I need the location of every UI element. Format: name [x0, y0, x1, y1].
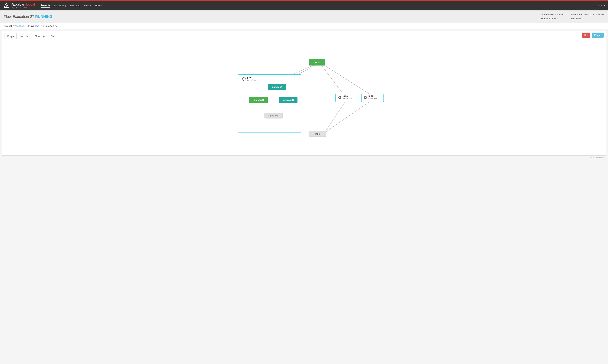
tab-job-list[interactable]: Job List — [17, 33, 31, 39]
innerflow-label: innerFlow — [268, 115, 278, 117]
submit-user-value: azkaban — [555, 13, 563, 16]
jobb-container[interactable] — [238, 75, 301, 132]
execution-status: RUNNING — [35, 14, 53, 19]
jobb-label: jobb — [247, 76, 252, 79]
breadcrumb-execution-label: Execution — [43, 25, 54, 27]
start-time-value: 2014-02-19 17:03 51s — [582, 13, 604, 16]
nav-history[interactable]: History — [84, 3, 92, 8]
jobc-label: jobc — [343, 94, 348, 97]
kill-button[interactable]: Kill — [582, 33, 590, 38]
flow-graph-svg: jobb innerFlow innerJobA innerJobB inner… — [5, 48, 603, 152]
edge-jobd-jobe — [326, 101, 371, 132]
duration-value: 16 sec — [551, 17, 557, 20]
page-header: Flow Execution 27 RUNNING Submit User az… — [0, 10, 608, 23]
graph-area: ☰ — [2, 39, 606, 156]
edge-joba-jobb — [291, 65, 315, 75]
nav-links: Projects Scheduling Executing History HD… — [40, 3, 102, 8]
innerjobc-label: innerJobB — [253, 99, 264, 101]
joba-label: joba — [314, 61, 320, 64]
jobc-sublabel: innerFlow — [343, 98, 352, 100]
nav-scheduling[interactable]: Scheduling — [54, 3, 66, 8]
page-title: Flow Execution 27 RUNNING — [4, 14, 53, 19]
breadcrumb-flow-label: Flow — [28, 25, 34, 27]
tab-actions: Kill Pause — [582, 33, 604, 39]
jobb-node1 — [242, 78, 243, 79]
page-meta: Submit User azkaban Duration 16 sec Star… — [541, 13, 604, 21]
innerjoba-label: innerJobA — [271, 86, 283, 88]
edge-joba-jobd — [324, 65, 369, 94]
jobd-sublabel: innerFlow — [369, 98, 377, 100]
breadcrumb-project-label: Project — [4, 25, 12, 27]
tab-stats[interactable]: Stats — [48, 33, 59, 39]
tabs-header: Graph Job List Flow Log Stats Kill Pause — [2, 31, 606, 39]
page-title-area: Flow Execution 27 RUNNING — [4, 14, 53, 19]
edge-joba-jobc — [321, 65, 343, 94]
jobe-label: jobe — [315, 132, 320, 135]
submit-user-line: Submit User azkaban — [541, 13, 563, 17]
duration-line: Duration 16 sec — [541, 17, 563, 21]
tab-flow-log[interactable]: Flow Log — [32, 33, 47, 39]
meta-submit-duration: Submit User azkaban Duration 16 sec — [541, 13, 563, 21]
azkaban-logo — [3, 2, 10, 9]
brand-text: Azkaban Local My Local Azkaban — [12, 3, 35, 9]
breadcrumb-sep2: / — [41, 25, 41, 27]
jobb-node3 — [243, 80, 244, 81]
jobb-sublabel: innerFlow — [247, 79, 256, 81]
nav-executing[interactable]: Executing — [70, 3, 80, 8]
flow-execution-title: Flow Execution 27 — [4, 14, 34, 19]
end-time-label: End Time — [571, 17, 581, 20]
nav-projects[interactable]: Projects — [40, 3, 50, 8]
edge-jobc-jobe — [325, 101, 346, 131]
logo-area: Azkaban Local My Local Azkaban — [3, 2, 35, 9]
end-time-value: - — [582, 17, 582, 20]
jobb-node2 — [245, 78, 246, 79]
end-time-line: End Time - — [571, 17, 604, 21]
meta-times: Start Time 2014-02-19 17:03 51s End Time… — [571, 13, 604, 21]
innerjobc2-label: innerJobC — [283, 99, 294, 101]
submit-user-label: Submit User — [541, 13, 554, 16]
breadcrumb: Project embedded / Flow jobe / Execution… — [0, 23, 608, 29]
brand-subtitle: My Local Azkaban — [12, 7, 35, 9]
graph-list-icon: ☰ — [5, 42, 603, 46]
tab-graph[interactable]: Graph — [4, 33, 17, 39]
jobd-label: jobd — [368, 94, 373, 97]
footer-copyright: SIGN ©Aizen Inc. — [590, 157, 604, 159]
breadcrumb-execution-value: 27 — [54, 25, 57, 27]
nav-hdfs[interactable]: HDFS — [95, 3, 102, 8]
user-menu[interactable]: azkaban ▾ — [594, 4, 605, 7]
start-time-line: Start Time 2014-02-19 17:03 51s — [571, 13, 604, 17]
footer: SIGN ©Aizen Inc. — [0, 156, 608, 160]
tabs-panel: Graph Job List Flow Log Stats Kill Pause… — [2, 31, 606, 156]
brand-local: Local — [26, 3, 35, 6]
duration-label: Duration — [541, 17, 550, 20]
pause-button[interactable]: Pause — [592, 33, 604, 38]
brand-name: Azkaban — [12, 3, 25, 6]
breadcrumb-flow-link[interactable]: jobe — [34, 25, 39, 27]
breadcrumb-sep1: / — [26, 25, 26, 27]
top-navigation: Azkaban Local My Local Azkaban Projects … — [0, 0, 608, 10]
start-time-label: Start Time — [571, 13, 582, 16]
breadcrumb-project-link[interactable]: embedded — [13, 25, 24, 27]
